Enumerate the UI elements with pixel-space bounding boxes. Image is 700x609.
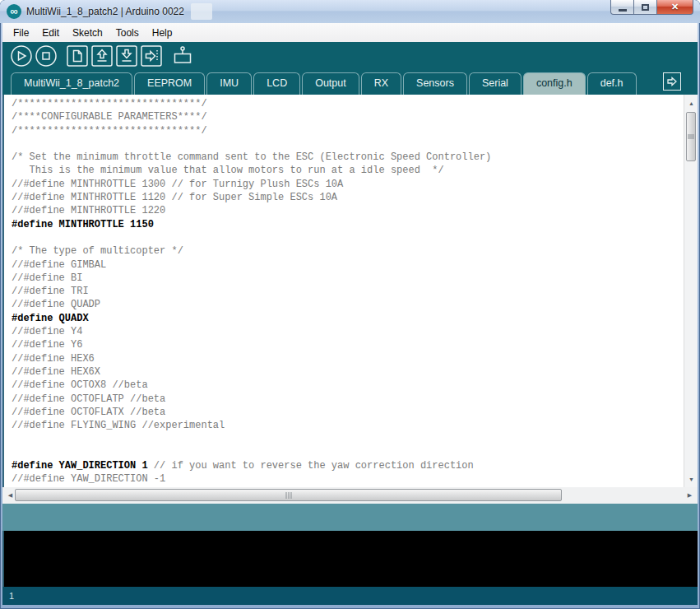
status-bar: 1 [2, 587, 698, 605]
tab-serial[interactable]: Serial [469, 72, 522, 95]
console-output [2, 531, 698, 587]
code-line: //#define OCTOFLATX //beta [12, 406, 684, 419]
code-comment: // if you want to reverse the yaw correc… [154, 460, 474, 472]
arduino-logo-icon: ∞ [7, 4, 21, 19]
code-comment: //#define OCTOFLATP //beta [12, 393, 165, 405]
close-button[interactable]: ✕ [656, 0, 693, 15]
code-comment: //#define YAW_DIRECTION -1 [12, 473, 165, 485]
code-line: //#define OCTOX8 //beta [12, 379, 684, 392]
code-line: //#define MINTHROTTLE 1300 // for Turnig… [12, 178, 684, 191]
code-comment: //#define MINTHROTTLE 1120 // for Super … [12, 192, 337, 203]
menu-item-tools[interactable]: Tools [110, 25, 145, 41]
code-line: #define YAW_DIRECTION 1 // if you want t… [12, 459, 684, 472]
menu-item-file[interactable]: File [7, 25, 35, 41]
code-line: //#define Y6 [12, 338, 684, 351]
vertical-scrollbar-thumb[interactable] [686, 112, 696, 161]
serial-monitor-button[interactable] [171, 44, 194, 67]
scrollbar-grip [285, 492, 292, 499]
minimize-button[interactable] [610, 0, 634, 15]
tab-sensors[interactable]: Sensors [403, 72, 467, 95]
vertical-scrollbar[interactable]: ▲ ▼ [684, 95, 698, 487]
code-line [12, 231, 684, 244]
menu-item-sketch[interactable]: Sketch [67, 25, 109, 41]
code-comment: //#define GIMBAL [12, 259, 106, 271]
window-title: MultiWii_1_8_patch2 | Arduino 0022 [26, 6, 184, 17]
tab-eeprom[interactable]: EEPROM [134, 72, 205, 95]
code-line: /****CONFIGURABLE PARAMETERS****/ [12, 110, 684, 123]
code-comment: //#define HEX6 [12, 353, 95, 365]
code-line: /* The type of multicopter */ [12, 244, 684, 258]
code-line: //#define MINTHROTTLE 1220 [12, 204, 684, 217]
code-comment: /* Set the minimum throttle command sent… [12, 151, 491, 163]
code-line: //#define GIMBAL [12, 258, 684, 272]
scrollbar-grip [688, 134, 694, 140]
code-line: //#define TRI [12, 285, 684, 298]
tab-lcd[interactable]: LCD [253, 72, 300, 95]
toolbar [2, 42, 698, 70]
code-line: //#define BI [12, 272, 684, 285]
code-comment: /* The type of multicopter */ [12, 245, 183, 257]
code-comment: //#define OCTOX8 //beta [12, 379, 148, 391]
code-line: /*******************************/ [12, 97, 684, 110]
tab-config-h[interactable]: config.h [523, 72, 586, 95]
code-line: //#define OCTOFLATP //beta [12, 393, 684, 406]
scroll-down-arrow[interactable]: ▼ [685, 472, 698, 486]
code-area[interactable]: /*******************************//****CO… [4, 95, 684, 487]
code-define: #define MINTHROTTLE 1150 [12, 219, 154, 230]
tab-bar: MultiWii_1_8_patch2EEPROMIMULCDOutputRXS… [2, 70, 698, 95]
horizontal-scrollbar[interactable]: ◀ ▶ [2, 487, 698, 504]
tab-imu[interactable]: IMU [206, 72, 252, 95]
minimize-icon [619, 9, 627, 12]
horizontal-scrollbar-thumb[interactable] [15, 489, 562, 501]
code-line [12, 137, 684, 151]
line-number: 1 [9, 591, 14, 601]
code-line: //#define QUADP [12, 298, 684, 311]
code-line: //#define HEX6X [12, 365, 684, 379]
verify-button[interactable] [10, 44, 33, 67]
open-button[interactable] [90, 44, 114, 67]
tab-def-h[interactable]: def.h [587, 72, 637, 95]
code-line: //#define YAW_DIRECTION -1 [12, 472, 684, 486]
maximize-button[interactable] [634, 0, 656, 15]
close-icon: ✕ [671, 2, 679, 12]
code-define: #define QUADX [12, 313, 89, 324]
code-line: //#define HEX6 [12, 352, 684, 365]
code-comment: //#define MINTHROTTLE 1220 [12, 205, 165, 216]
scroll-right-arrow[interactable]: ▶ [684, 488, 696, 502]
tab-multiwii-1-8-patch2[interactable]: MultiWii_1_8_patch2 [11, 72, 132, 95]
code-comment: /****CONFIGURABLE PARAMETERS****/ [12, 111, 207, 123]
code-comment: //#define QUADP [12, 299, 100, 310]
code-comment: /*******************************/ [12, 98, 207, 109]
code-comment: //#define TRI [12, 286, 89, 297]
tab-output[interactable]: Output [302, 72, 359, 95]
tab-menu-button[interactable] [663, 72, 681, 91]
menu-item-help[interactable]: Help [146, 25, 178, 41]
new-sketch-button[interactable] [66, 44, 89, 67]
titlebar-highlight [191, 3, 212, 20]
code-comment: //#define OCTOFLATX //beta [12, 407, 165, 418]
save-button[interactable] [115, 44, 138, 67]
title-bar[interactable]: ∞ MultiWii_1_8_patch2 | Arduino 0022 ✕ [0, 0, 700, 23]
upload-button[interactable] [140, 44, 163, 67]
scroll-up-arrow[interactable]: ▲ [685, 96, 698, 109]
code-comment: /*******************************/ [12, 125, 207, 137]
tab-rx[interactable]: RX [361, 72, 401, 95]
code-line [12, 432, 684, 445]
code-comment: //#define MINTHROTTLE 1300 // for Turnig… [12, 179, 343, 190]
menu-bar: FileEditSketchToolsHelp [2, 23, 698, 42]
code-line [12, 446, 684, 459]
maximize-icon [642, 4, 649, 11]
code-line: #define MINTHROTTLE 1150 [12, 218, 684, 231]
code-comment: This is the minimum value that allow mot… [12, 165, 444, 176]
code-comment: //#define HEX6X [12, 366, 100, 378]
code-line: //#define FLYING_WING //experimental [12, 419, 684, 432]
code-line: #define QUADX [12, 312, 684, 325]
menu-item-edit[interactable]: Edit [36, 25, 65, 41]
code-comment: //#define BI [12, 272, 82, 284]
window-body: FileEditSketchToolsHelp [2, 23, 698, 604]
stop-button[interactable] [35, 44, 58, 67]
code-line: //#define Y4 [12, 325, 684, 338]
code-define: #define YAW_DIRECTION 1 [12, 460, 154, 472]
code-comment: //#define FLYING_WING //experimental [12, 420, 225, 431]
code-line: This is the minimum value that allow mot… [12, 164, 684, 177]
